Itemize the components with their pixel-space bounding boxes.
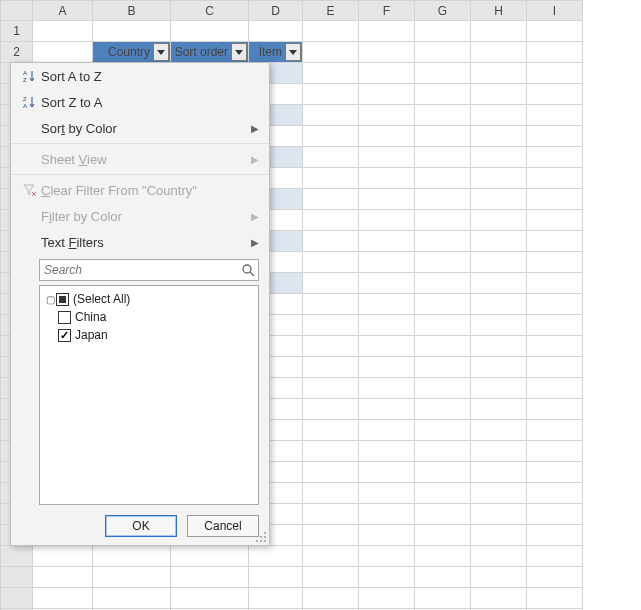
filter-item[interactable]: Japan (44, 326, 254, 344)
text-filters[interactable]: Text Filters ▶ (11, 229, 269, 255)
filter-dropdown-icon[interactable] (285, 43, 301, 61)
menu-label: Sort by Color (41, 121, 251, 136)
checkbox-checked[interactable] (58, 329, 71, 342)
sort-za-icon: ZA (19, 95, 41, 109)
select-all-corner[interactable] (1, 1, 33, 21)
filter-by-color: Filter by Color ▶ (11, 203, 269, 229)
menu-label: Sheet View (41, 152, 251, 167)
svg-point-9 (260, 540, 262, 542)
col-header[interactable]: E (303, 1, 359, 21)
ok-button[interactable]: OK (105, 515, 177, 537)
checkbox-indeterminate[interactable] (56, 293, 69, 306)
menu-label: Sort Z to A (41, 95, 259, 110)
filter-search-box[interactable] (39, 259, 259, 281)
search-input[interactable] (40, 263, 238, 277)
table-header-label: Item (259, 45, 282, 59)
col-header[interactable]: D (249, 1, 303, 21)
filter-item-select-all[interactable]: ▢ (Select All) (44, 290, 254, 308)
col-header[interactable]: H (471, 1, 527, 21)
cancel-button[interactable]: Cancel (187, 515, 259, 537)
row-header[interactable]: 2 (1, 42, 33, 63)
svg-point-8 (256, 540, 258, 542)
filter-item-label: Japan (75, 328, 108, 342)
filter-values-list[interactable]: ▢ (Select All) China Japan (39, 285, 259, 505)
submenu-arrow-icon: ▶ (251, 123, 259, 134)
table-header-label: Country (108, 45, 150, 59)
autofilter-popup: AZ Sort A to Z ZA Sort Z to A Sort by Co… (10, 62, 270, 546)
row-header[interactable]: 1 (1, 21, 33, 42)
resize-grip-icon[interactable] (255, 531, 267, 543)
menu-label: Filter by Color (41, 209, 251, 224)
filter-item-label: China (75, 310, 106, 324)
menu-label: Sort A to Z (41, 69, 259, 84)
svg-point-10 (264, 540, 266, 542)
col-header[interactable]: G (415, 1, 471, 21)
sheet-view: Sheet View ▶ (11, 146, 269, 172)
menu-label: Clear Filter From "Country" (41, 183, 259, 198)
svg-text:Z: Z (23, 77, 27, 83)
search-icon (238, 263, 258, 277)
filter-dropdown-icon[interactable] (231, 43, 247, 61)
svg-text:A: A (23, 70, 27, 76)
table-header-label: Sort order (175, 45, 228, 59)
menu-label: Text Filters (41, 235, 251, 250)
svg-text:A: A (23, 103, 27, 109)
col-header[interactable]: F (359, 1, 415, 21)
col-header[interactable]: A (33, 1, 93, 21)
clear-filter: Clear Filter From "Country" (11, 177, 269, 203)
filter-item-label: (Select All) (73, 292, 130, 306)
checkbox-unchecked[interactable] (58, 311, 71, 324)
svg-text:Z: Z (23, 96, 27, 102)
col-header[interactable]: C (171, 1, 249, 21)
sort-az-icon: AZ (19, 69, 41, 83)
submenu-arrow-icon: ▶ (251, 154, 259, 165)
col-header[interactable]: I (527, 1, 583, 21)
filter-dropdown-icon[interactable] (153, 43, 169, 61)
sort-ascending[interactable]: AZ Sort A to Z (11, 63, 269, 89)
sort-by-color[interactable]: Sort by Color ▶ (11, 115, 269, 141)
expand-collapse-icon[interactable]: ▢ (44, 294, 56, 305)
svg-point-6 (260, 536, 262, 538)
clear-filter-icon (19, 183, 41, 197)
svg-point-5 (264, 532, 266, 534)
table-header-item[interactable]: Item (249, 42, 303, 63)
svg-point-4 (243, 265, 251, 273)
table-header-country[interactable]: Country (93, 42, 171, 63)
submenu-arrow-icon: ▶ (251, 237, 259, 248)
submenu-arrow-icon: ▶ (251, 211, 259, 222)
sort-descending[interactable]: ZA Sort Z to A (11, 89, 269, 115)
table-header-sort-order[interactable]: Sort order (171, 42, 249, 63)
filter-item[interactable]: China (44, 308, 254, 326)
svg-point-7 (264, 536, 266, 538)
col-header[interactable]: B (93, 1, 171, 21)
